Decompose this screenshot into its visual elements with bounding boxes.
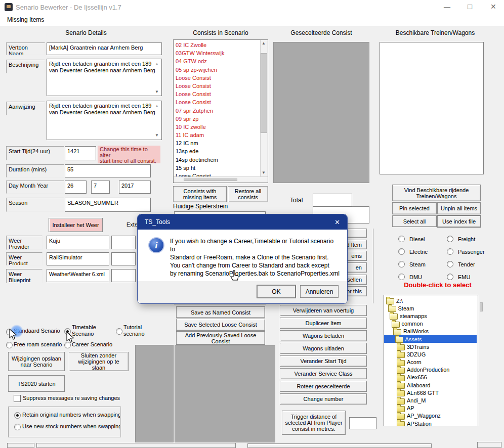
consist-item[interactable]: 13sp ede [174,147,260,155]
filter-radio[interactable]: Tender [447,258,485,271]
select-all-button[interactable]: Select all [392,215,437,227]
consist-item[interactable]: 12 IC nm [174,139,260,147]
tree-item[interactable]: Alex656 [384,374,477,381]
tree-item[interactable]: AddonProduction [384,366,477,374]
tree-item[interactable]: common [384,320,477,328]
ok-button[interactable]: OK [257,285,296,298]
weer-provider-input[interactable]: Kuju [47,236,109,249]
cancel-button[interactable]: Annuleren [300,285,339,298]
aanwijzing-input[interactable]: Rijdt een beladen graantrein met een 189… [47,101,162,140]
consist-item[interactable]: Loose Consist [174,74,260,82]
save-changes-button[interactable]: Wijzigingen opslaan naar Senario [8,352,65,371]
partial-widget[interactable] [247,443,432,448]
radio-free-roam-scenario[interactable] [6,342,13,348]
tree-item[interactable]: RailWorks [384,328,477,335]
consist-item[interactable]: 03GTW Winterswijk [174,49,260,57]
consist-item[interactable]: Loose Consist [174,90,260,98]
year-input[interactable]: 2017 [119,181,151,194]
tree-item[interactable]: ALn668 GTT [384,389,477,396]
radio-new-numbers[interactable] [14,424,21,430]
weer-blueprint-extra-input[interactable] [111,269,136,282]
consist-item[interactable]: 04 GTW odz [174,57,260,65]
radio-tutorial-scenario[interactable] [116,328,122,335]
minimize-button[interactable]: — [444,4,450,11]
partial-widget[interactable] [36,443,236,448]
pin-selected-button[interactable]: Pin selected [392,202,437,214]
suppress-messages-checkbox[interactable] [14,395,21,402]
add-saved-loose-consist-button[interactable]: Add Previously Saved Loose Consist [176,331,265,345]
vehicle-action-button[interactable]: Wagons beladen [280,330,367,341]
consist-item[interactable]: 11 IC adam [174,131,260,139]
restore-all-consists-button[interactable]: Restore all consists [228,186,268,202]
tree-item[interactable]: Steam [384,304,477,312]
menu-missing-items[interactable]: Missing Items [7,17,44,23]
vertoon-naam-input[interactable]: [MarkA] Graantrein naar Arnhem Berg [47,42,162,55]
weer-product-input[interactable]: RailSimulator [47,252,109,265]
tree-item[interactable]: 3DTrains [384,343,477,350]
partial-widget[interactable] [477,442,501,448]
consists-with-missing-items-button[interactable]: Consists with missing items [173,186,227,202]
tree-item[interactable]: AP [384,405,477,412]
maximize-button[interactable]: □ [468,3,472,10]
tree-item[interactable]: steamapps [384,312,477,320]
tree-item[interactable]: AP_Waggonz [384,412,477,420]
install-weather-button[interactable]: Installeer het Weer [49,218,103,232]
tree-item[interactable]: Allaboard [384,381,477,389]
consists-vscroll-thumb[interactable] [261,53,267,133]
weer-blueprint-input[interactable]: Weather\Weather 6.xml [47,269,109,282]
vehicle-action-button[interactable]: Verander Service Class [280,368,367,379]
radio-retain-numbers[interactable] [14,412,21,419]
weer-provider-extra-input[interactable] [111,236,136,249]
consist-item[interactable]: Loose Consist [174,82,260,90]
save-named-consist-button[interactable]: Save as Named Consist [176,306,265,318]
vehicle-action-button[interactable]: Dupliceer Item [280,318,367,329]
tree-item[interactable]: Z:\ [384,297,477,304]
close-without-saving-button[interactable]: Sluiten zonder wijzigingen op te slaan [69,352,129,371]
filter-radio[interactable]: Passenger [447,245,485,258]
tree-scroll-thumb[interactable] [480,302,483,311]
consist-item[interactable]: 10 IC zwolle [174,123,260,131]
start-tijd-input[interactable]: 1421 [65,146,96,160]
consist-item[interactable]: 05 sp zp-wijchen [174,66,260,74]
consist-item[interactable]: 15 sp ht [174,164,260,172]
season-input[interactable]: SEASON_SUMMER [65,198,151,212]
scroll-up-icon[interactable]: ▲ [155,104,159,108]
consist-item[interactable]: 07 spr Zutphen [174,107,260,115]
unpin-all-items-button[interactable]: Unpin all items [437,202,481,214]
filter-radio[interactable]: Steam [398,258,428,271]
duration-input[interactable]: 55 [65,164,151,177]
vehicle-action-button[interactable]: Wagons uitladen [280,343,367,354]
save-loose-consist-button[interactable]: Save Selected Loose Consist [176,319,265,331]
find-available-button[interactable]: Vind Beschikbare rijdende Treinen/Wagons [392,185,481,201]
vehicle-action-button[interactable]: Verander Start Tijd [280,355,367,367]
ts2020-start-button[interactable]: TS2020 starten [8,375,65,392]
tree-item[interactable]: Assets [384,335,477,343]
beschrijving-input[interactable]: Rijdt een beladen graantrein met een 189… [47,59,162,96]
trigger-distance-input[interactable] [349,417,376,429]
scroll-down-icon[interactable]: ▼ [155,133,159,138]
tree-item[interactable]: APStation [384,420,477,426]
consist-item[interactable]: 09 spr zp [174,115,260,123]
scroll-down-icon[interactable]: ▼ [155,90,159,94]
vehicle-action-button[interactable]: Roteer gesecelteerde [280,381,367,392]
scroll-up-icon[interactable]: ▲ [155,62,159,66]
consist-item[interactable]: Loose Consist [174,172,260,176]
consist-item[interactable]: 02 IC Zwolle [174,41,260,49]
tree-item[interactable]: 3DZUG [384,350,477,358]
dialog-title-bar[interactable]: TS_Tools ✕ [138,214,347,230]
filter-radio[interactable]: Freight [447,233,485,245]
tree-item[interactable]: Acorn [384,359,477,366]
total-input[interactable] [313,194,352,206]
filter-radio[interactable]: Electric [398,245,428,258]
tree-item[interactable]: Andi_M [384,396,477,404]
scroll-down-icon[interactable]: ▼ [262,171,266,175]
consists-hscroll-thumb[interactable] [184,178,237,181]
dialog-close-icon[interactable]: ✕ [334,218,340,226]
month-input[interactable]: 7 [91,181,110,194]
vehicle-action-button[interactable]: Change number [280,393,367,405]
filter-radio[interactable]: Diesel [398,233,428,245]
available-listbox[interactable] [380,42,484,174]
vehicle-action-button[interactable]: Verwijderen van voertuig [280,305,367,316]
scroll-up-icon[interactable]: ▲ [262,41,266,46]
trigger-distance-button[interactable]: Trigger distance of selected AI from Pla… [282,411,346,435]
